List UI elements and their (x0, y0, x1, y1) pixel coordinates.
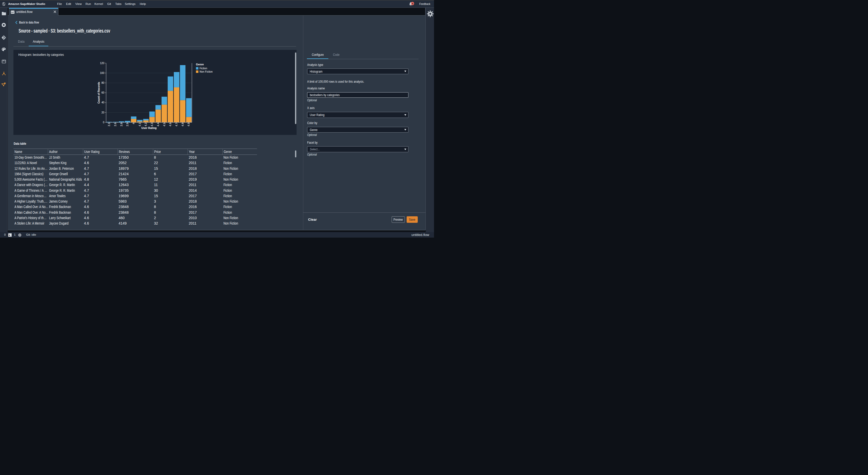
svg-text:4.1: 4.1 (138, 123, 141, 126)
svg-text:20: 20 (101, 111, 104, 114)
svg-text:4.5: 4.5 (163, 123, 166, 126)
svg-text:4.4: 4.4 (157, 123, 160, 126)
svg-text:Fiction: Fiction (200, 67, 207, 70)
svg-text:120: 120 (100, 62, 104, 65)
svg-text:4.6: 4.6 (169, 123, 172, 126)
svg-text:0: 0 (103, 121, 104, 124)
svg-text:3.8: 3.8 (120, 123, 123, 126)
svg-text:60: 60 (101, 91, 104, 94)
svg-text:4.9: 4.9 (187, 123, 190, 126)
svg-text:Non Fiction: Non Fiction (200, 70, 213, 73)
svg-text:100: 100 (100, 71, 104, 75)
svg-text:3.3: 3.3 (108, 123, 111, 126)
svg-text:3.9: 3.9 (126, 123, 129, 126)
svg-text:Count of Records: Count of Records (97, 82, 100, 103)
svg-text:80: 80 (101, 81, 104, 84)
svg-text:4.3: 4.3 (151, 123, 153, 126)
svg-text:$_: $_ (9, 234, 11, 236)
svg-text:4.8: 4.8 (181, 123, 184, 126)
svg-text:4.2: 4.2 (145, 123, 147, 126)
svg-text:3.6: 3.6 (114, 123, 117, 126)
svg-text:4: 4 (132, 123, 135, 124)
svg-text:User Rating: User Rating (141, 126, 157, 129)
svg-text:Genre: Genre (196, 63, 204, 66)
svg-text:4.7: 4.7 (175, 123, 178, 126)
svg-text:40: 40 (101, 101, 104, 104)
